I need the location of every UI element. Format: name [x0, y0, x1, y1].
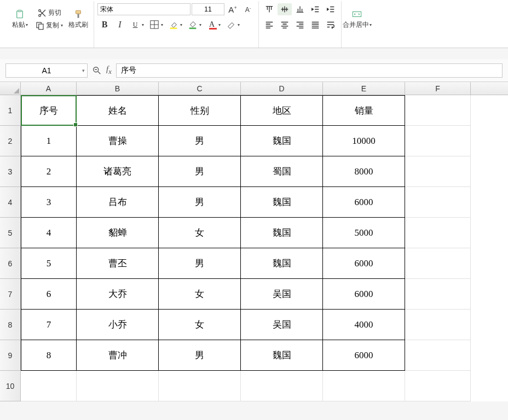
zoom-icon[interactable] [92, 66, 102, 75]
borders-button[interactable]: ▾ [147, 19, 165, 31]
cell-A5[interactable]: 4 [21, 218, 77, 248]
cell-F10[interactable] [405, 371, 471, 401]
decrease-font-button[interactable]: A- [241, 3, 255, 15]
row-header-8[interactable]: 8 [0, 310, 21, 340]
align-right-button[interactable] [293, 19, 307, 31]
col-header-A[interactable]: A [21, 82, 77, 95]
cell-B4[interactable]: 吕布 [77, 187, 159, 218]
underline-button[interactable]: U▾ [128, 19, 146, 31]
cell-A7[interactable]: 6 [21, 279, 77, 310]
fill-color-button[interactable]: ▾ [166, 19, 184, 31]
col-header-E[interactable]: E [323, 82, 405, 95]
cell-C5[interactable]: 女 [159, 218, 241, 248]
cell-E1[interactable]: 销量 [323, 95, 405, 126]
row-header-1[interactable]: 1 [0, 95, 21, 126]
cell-D3[interactable]: 蜀国 [241, 156, 323, 187]
cell-B6[interactable]: 曹丕 [77, 248, 159, 279]
merge-center-button[interactable]: 合并居中▾ [345, 1, 369, 37]
font-name-input[interactable] [97, 3, 190, 15]
bold-button[interactable]: B [97, 19, 112, 31]
cell-E3[interactable]: 8000 [323, 156, 405, 187]
cell-F8[interactable] [405, 310, 471, 340]
cell-A8[interactable]: 7 [21, 310, 77, 340]
cell-B2[interactable]: 曹操 [77, 126, 159, 156]
col-header-F[interactable]: F [405, 82, 471, 95]
cell-C4[interactable]: 男 [159, 187, 241, 218]
cell-A1[interactable]: 序号 [21, 95, 77, 126]
cell-F7[interactable] [405, 279, 471, 310]
cell-E6[interactable]: 6000 [323, 248, 405, 279]
row-header-3[interactable]: 3 [0, 156, 21, 187]
cell-D6[interactable]: 魏国 [241, 248, 323, 279]
cell-E10[interactable] [323, 371, 405, 401]
cell-C10[interactable] [159, 371, 241, 401]
cell-D7[interactable]: 吴国 [241, 279, 323, 310]
row-header-6[interactable]: 6 [0, 248, 21, 279]
cell-A2[interactable]: 1 [21, 126, 77, 156]
cell-E4[interactable]: 6000 [323, 187, 405, 218]
fx-icon[interactable]: fx [106, 65, 112, 76]
cell-A4[interactable]: 3 [21, 187, 77, 218]
cell-E7[interactable]: 6000 [323, 279, 405, 310]
cut-button[interactable]: 剪切 [33, 7, 65, 19]
cell-A6[interactable]: 5 [21, 248, 77, 279]
increase-indent-button[interactable] [324, 3, 338, 15]
cell-E9[interactable]: 6000 [323, 340, 405, 371]
row-header-5[interactable]: 5 [0, 218, 21, 248]
formula-input[interactable] [116, 63, 503, 78]
fill-color2-button[interactable]: ▾ [186, 19, 204, 31]
row-header-9[interactable]: 9 [0, 340, 21, 371]
cell-D5[interactable]: 魏国 [241, 218, 323, 248]
cell-D4[interactable]: 魏国 [241, 187, 323, 218]
cell-F5[interactable] [405, 218, 471, 248]
cell-B9[interactable]: 曹冲 [77, 340, 159, 371]
select-all-corner[interactable] [0, 82, 21, 95]
cell-C3[interactable]: 男 [159, 156, 241, 187]
align-bottom-button[interactable] [293, 3, 307, 15]
align-left-button[interactable] [262, 19, 276, 31]
row-header-7[interactable]: 7 [0, 279, 21, 310]
cell-E2[interactable]: 10000 [323, 126, 405, 156]
cell-A3[interactable]: 2 [21, 156, 77, 187]
cell-C2[interactable]: 男 [159, 126, 241, 156]
cell-B8[interactable]: 小乔 [77, 310, 159, 340]
cell-C1[interactable]: 性别 [159, 95, 241, 126]
format-painter-button[interactable]: 格式刷 [66, 1, 90, 37]
col-header-C[interactable]: C [159, 82, 241, 95]
italic-button[interactable]: I [113, 19, 127, 31]
cell-E5[interactable]: 5000 [323, 218, 405, 248]
cell-F4[interactable] [405, 187, 471, 218]
cell-C7[interactable]: 女 [159, 279, 241, 310]
col-header-B[interactable]: B [77, 82, 159, 95]
cell-D2[interactable]: 魏国 [241, 126, 323, 156]
align-top-button[interactable] [262, 3, 276, 15]
cell-F6[interactable] [405, 248, 471, 279]
cell-F3[interactable] [405, 156, 471, 187]
align-middle-button[interactable] [278, 3, 292, 15]
wrap-text-button[interactable] [324, 19, 338, 31]
row-header-4[interactable]: 4 [0, 187, 21, 218]
cell-C9[interactable]: 男 [159, 340, 241, 371]
row-header-10[interactable]: 10 [0, 371, 21, 401]
eraser-button[interactable]: ▾ [224, 19, 242, 31]
cell-D10[interactable] [241, 371, 323, 401]
cell-F2[interactable] [405, 126, 471, 156]
paste-button[interactable]: 粘贴▾ [8, 1, 32, 37]
cell-D1[interactable]: 地区 [241, 95, 323, 126]
cell-A10[interactable] [21, 371, 77, 401]
cell-B5[interactable]: 貂蝉 [77, 218, 159, 248]
font-color-button[interactable]: A▾ [205, 19, 223, 31]
cell-B1[interactable]: 姓名 [77, 95, 159, 126]
align-justify-button[interactable] [308, 19, 322, 31]
cell-B3[interactable]: 诸葛亮 [77, 156, 159, 187]
copy-button[interactable]: 复制▾ [33, 20, 65, 32]
cell-D9[interactable]: 魏国 [241, 340, 323, 371]
cell-B7[interactable]: 大乔 [77, 279, 159, 310]
cell-B10[interactable] [77, 371, 159, 401]
font-size-input[interactable] [192, 3, 224, 15]
cell-E8[interactable]: 4000 [323, 310, 405, 340]
cell-D8[interactable]: 吴国 [241, 310, 323, 340]
name-box[interactable]: A1 ▾ [5, 63, 88, 78]
cell-F1[interactable] [405, 95, 471, 126]
cell-C6[interactable]: 男 [159, 248, 241, 279]
